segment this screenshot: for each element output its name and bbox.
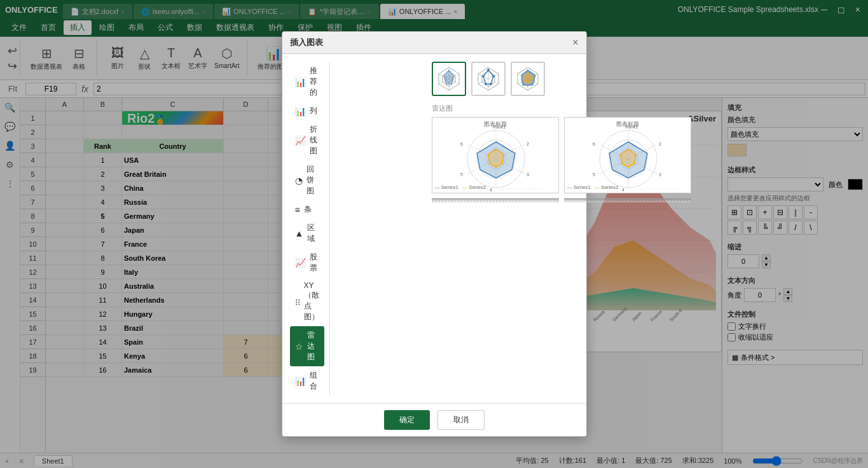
radar-icon: ☆ bbox=[295, 341, 303, 352]
preview-box-2: 图表标题 Rank1 2 3 4 5 bbox=[564, 117, 691, 193]
preview-box-1: 图表标题 Rank1 2 bbox=[432, 117, 559, 193]
svg-marker-27 bbox=[444, 70, 454, 84]
svg-text:3: 3 bbox=[659, 172, 661, 177]
radar-basic-icon bbox=[435, 65, 463, 93]
chart-type-radar[interactable]: ☆ 雷达图 bbox=[290, 326, 324, 366]
area-icon: ▲ bbox=[295, 228, 304, 238]
dialog-footer: 确定 取消 bbox=[282, 403, 586, 436]
svg-text:5: 5 bbox=[593, 172, 595, 177]
recommended-icon: 📊 bbox=[295, 77, 306, 87]
chart-type-recommended[interactable]: 📊 推荐的 bbox=[290, 62, 324, 102]
chart-type-xy[interactable]: ⁝⁝ XY（散点图） bbox=[290, 277, 324, 326]
chart-type-column[interactable]: 📊 列 bbox=[290, 102, 324, 120]
dialog-close-button[interactable]: × bbox=[572, 37, 578, 48]
chart-right-panel: 雷达图 图表标题 bbox=[424, 62, 691, 396]
svg-point-38 bbox=[482, 75, 485, 78]
svg-text:3: 3 bbox=[527, 172, 529, 177]
chart-type-stock[interactable]: 📈 股票 bbox=[290, 248, 324, 277]
preview-dividers bbox=[432, 198, 691, 203]
combo-icon: 📊 bbox=[295, 376, 306, 386]
chart-subtype-basic[interactable] bbox=[432, 62, 466, 96]
bar-icon: ≡ bbox=[295, 205, 300, 215]
svg-text:6: 6 bbox=[460, 142, 463, 146]
preview-title-1: 图表标题 bbox=[484, 120, 507, 128]
preview-chart-1: Rank1 2 3 4 5 6 bbox=[432, 118, 560, 194]
column-icon: 📊 bbox=[295, 106, 306, 116]
chart-types-nav: 📊 推荐的 📊 列 📈 折线图 ◔ 回饼图 ≡ 条 bbox=[290, 62, 330, 396]
chart-type-bar[interactable]: ≡ 条 bbox=[290, 200, 324, 219]
chart-type-pie[interactable]: ◔ 回饼图 bbox=[290, 160, 324, 200]
confirm-button[interactable]: 确定 bbox=[384, 410, 430, 430]
preview-legend-2: — Series1 — Series2 bbox=[567, 184, 619, 190]
dialog-header: 插入图表 × bbox=[282, 32, 586, 54]
chart-subtype-markers[interactable] bbox=[471, 62, 506, 96]
svg-text:2: 2 bbox=[659, 142, 661, 146]
radar-markers-icon bbox=[474, 65, 502, 93]
section-label-radar: 雷达图 bbox=[432, 104, 691, 113]
chart-type-line[interactable]: 📈 折线图 bbox=[290, 120, 324, 160]
pie-icon: ◔ bbox=[295, 176, 303, 186]
chart-type-area[interactable]: ▲ 区域 bbox=[290, 219, 324, 248]
preview-title-2: 图表标题 bbox=[616, 120, 639, 128]
dialog-title: 插入图表 bbox=[290, 37, 323, 48]
line-icon: 📈 bbox=[295, 135, 306, 146]
preview-legend-1: — Series1 — Series2 bbox=[435, 184, 486, 190]
svg-point-34 bbox=[487, 69, 490, 71]
svg-text:4: 4 bbox=[622, 188, 624, 192]
svg-point-37 bbox=[485, 83, 487, 85]
xy-icon: ⁝⁝ bbox=[295, 297, 300, 307]
preview-grid: 图表标题 Rank1 2 bbox=[432, 117, 691, 193]
svg-point-36 bbox=[490, 83, 492, 85]
cancel-button[interactable]: 取消 bbox=[437, 410, 485, 430]
preview-chart-2: Rank1 2 3 4 5 6 bbox=[565, 118, 692, 194]
insert-chart-dialog: 插入图表 × 📊 推荐的 📊 列 📈 折线图 ◔ bbox=[282, 31, 587, 437]
svg-text:6: 6 bbox=[593, 142, 595, 146]
svg-text:5: 5 bbox=[460, 172, 463, 177]
svg-text:4: 4 bbox=[490, 188, 492, 192]
stock-icon: 📈 bbox=[295, 258, 306, 268]
svg-text:2: 2 bbox=[527, 142, 529, 146]
chart-subtype-filled[interactable] bbox=[511, 62, 545, 96]
chart-type-combo[interactable]: 📊 组合 bbox=[290, 366, 324, 396]
chart-subtypes-row bbox=[432, 62, 691, 96]
dialog-body: 📊 推荐的 📊 列 📈 折线图 ◔ 回饼图 ≡ 条 bbox=[282, 54, 586, 403]
radar-filled-icon bbox=[514, 65, 542, 93]
svg-point-35 bbox=[492, 75, 495, 78]
dialog-overlay: 插入图表 × 📊 推荐的 📊 列 📈 折线图 ◔ bbox=[0, 0, 868, 468]
